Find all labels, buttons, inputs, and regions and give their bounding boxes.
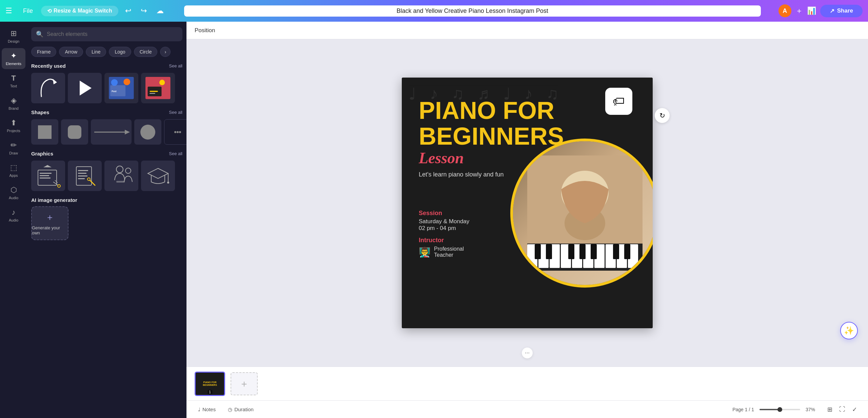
svg-rect-59 [624, 244, 630, 259]
recently-used-see-all[interactable]: See all [169, 63, 182, 68]
instructor-icon: 👨‍🏫 [419, 247, 431, 258]
shape-arrow-line[interactable] [91, 119, 132, 145]
zoom-slider-thumb[interactable] [777, 407, 782, 412]
redo-button[interactable]: ↪ [138, 5, 150, 17]
graphic-graduate-writing[interactable] [31, 161, 65, 191]
magic-assistant-button[interactable]: ✨ [840, 322, 858, 339]
grid-view-button[interactable]: ⊞ [825, 404, 835, 415]
svg-point-19 [179, 131, 181, 133]
zoom-slider[interactable] [760, 409, 800, 410]
sidebar-item-design-label: Design [8, 39, 19, 43]
shape-rounded-rect[interactable] [61, 119, 88, 145]
refresh-button[interactable]: ↻ [655, 108, 670, 123]
graphics-see-all[interactable]: See all [169, 151, 182, 156]
text-icon: T [11, 74, 16, 83]
sidebar-item-text[interactable]: T Text [2, 70, 25, 91]
apps-icon: ⬡ [11, 186, 17, 194]
sidebar-item-apps[interactable]: ⬡ Audio [2, 182, 25, 203]
svg-rect-13 [68, 125, 81, 139]
sidebar-item-audio[interactable]: ♪ Audio [2, 205, 25, 226]
svg-point-18 [177, 131, 179, 133]
canvas-viewport[interactable]: ♩♪♫♬ ♩♪♫ 🏷 PIANO FOR BEGINNERS Lesson Le… [186, 39, 868, 367]
menu-icon[interactable]: ☰ [5, 6, 12, 15]
design-card[interactable]: ♩♪♫♬ ♩♪♫ 🏷 PIANO FOR BEGINNERS Lesson Le… [402, 78, 653, 328]
fullscreen-button[interactable]: ⛶ [836, 404, 848, 415]
view-buttons: ⊞ ⛶ ✓ [825, 404, 860, 415]
svg-point-5 [111, 79, 118, 86]
filter-logo[interactable]: Logo [109, 47, 131, 57]
svg-marker-15 [125, 130, 130, 134]
sidebar-item-draw-label: Draw [9, 151, 18, 155]
shape-more[interactable] [164, 119, 186, 145]
svg-marker-0 [53, 79, 57, 84]
design-icon: ⊞ [11, 29, 17, 38]
filter-more[interactable]: › [160, 47, 171, 57]
magic-switch-icon: ⟲ [47, 8, 52, 14]
recently-used-item-arrow-curve[interactable] [31, 73, 65, 103]
svg-rect-23 [40, 177, 51, 179]
cloud-save-button[interactable]: ☁ [154, 5, 166, 17]
graphic-tutor[interactable] [104, 161, 138, 191]
filter-arrow[interactable]: Arrow [59, 47, 83, 57]
title-line1: PIANO FOR [419, 98, 564, 124]
page-info: Page 1 / 1 [732, 407, 754, 412]
filter-frame[interactable]: Frame [31, 47, 56, 57]
svg-point-17 [174, 131, 176, 133]
instructor-photo-circle [510, 139, 653, 288]
brand-icon: ◈ [11, 96, 17, 105]
collapse-handle[interactable]: ⋯ [522, 348, 533, 358]
search-input[interactable] [47, 31, 178, 37]
shape-circle[interactable] [134, 119, 161, 145]
shapes-title: Shapes [31, 109, 49, 115]
ai-generate-button[interactable]: ＋ Generate your own [31, 206, 68, 240]
duration-button[interactable]: ◷ Duration [224, 405, 257, 414]
user-avatar[interactable]: A [778, 4, 791, 17]
shapes-grid [31, 119, 182, 145]
svg-line-33 [90, 180, 95, 185]
notes-label: Notes [202, 406, 216, 412]
shape-square[interactable] [31, 119, 58, 145]
sidebar-item-projects[interactable]: ⬚ Apps [2, 160, 25, 181]
shapes-see-all[interactable]: See all [169, 110, 182, 115]
filter-circle[interactable]: Circle [134, 47, 158, 57]
svg-point-8 [159, 80, 165, 85]
invite-button[interactable]: ＋ [795, 6, 803, 16]
notes-button[interactable]: ♩ Notes [195, 405, 219, 414]
search-box[interactable]: 🔍 [31, 27, 182, 41]
sidebar-item-brand[interactable]: ◈ Brand [2, 93, 25, 114]
recently-used-item-arrow-triangle[interactable] [68, 73, 102, 103]
svg-point-26 [58, 185, 60, 187]
filter-line[interactable]: Line [86, 47, 106, 57]
svg-rect-58 [613, 244, 619, 259]
analytics-button[interactable]: 📊 [807, 6, 816, 15]
sidebar-item-uploads-label: Projects [7, 129, 20, 133]
graphics-grid [31, 161, 182, 191]
piano-illustration [513, 141, 653, 285]
sidebar-item-elements[interactable]: ✦ Elements [2, 48, 25, 69]
file-menu-button[interactable]: File [19, 5, 37, 17]
sidebar-item-draw[interactable]: ✏ Draw [2, 138, 25, 159]
canvas-area: Position ♩♪♫♬ ♩♪♫ 🏷 PIANO FOR BEGINNERS [186, 22, 868, 418]
undo-button[interactable]: ↩ [122, 5, 134, 17]
recently-used-item-social-graphic[interactable]: Post [104, 73, 138, 103]
ai-section-title: AI image generator [31, 197, 182, 203]
draw-icon: ✏ [11, 141, 17, 150]
page-thumbnail-1[interactable]: PIANO FORBEGINNERS 1 [195, 372, 225, 396]
recently-used-item-graphic-2[interactable] [141, 73, 175, 103]
graphic-graduation[interactable] [141, 161, 175, 191]
sidebar-item-uploads[interactable]: ⬆ Projects [2, 115, 25, 136]
svg-rect-30 [78, 173, 86, 174]
session-label: Session [419, 210, 469, 217]
add-page-button[interactable]: ＋ [231, 372, 258, 395]
sidebar-item-text-label: Text [10, 84, 17, 88]
svg-rect-10 [150, 91, 158, 92]
session-time: 02 pm - 04 pm [419, 225, 469, 232]
icon-nav: ⊞ Design ✦ Elements T Text ◈ Brand ⬆ Pro… [0, 22, 27, 418]
graphic-notepad-pen[interactable] [68, 161, 102, 191]
check-button[interactable]: ✓ [849, 404, 860, 415]
sidebar-item-design[interactable]: ⊞ Design [2, 26, 25, 47]
magic-switch-button[interactable]: ⟲ Resize & Magic Switch [41, 6, 118, 16]
sidebar-item-apps-label: Audio [9, 196, 18, 200]
share-button[interactable]: ↗ Share [820, 5, 863, 17]
svg-text:Post: Post [112, 90, 117, 92]
